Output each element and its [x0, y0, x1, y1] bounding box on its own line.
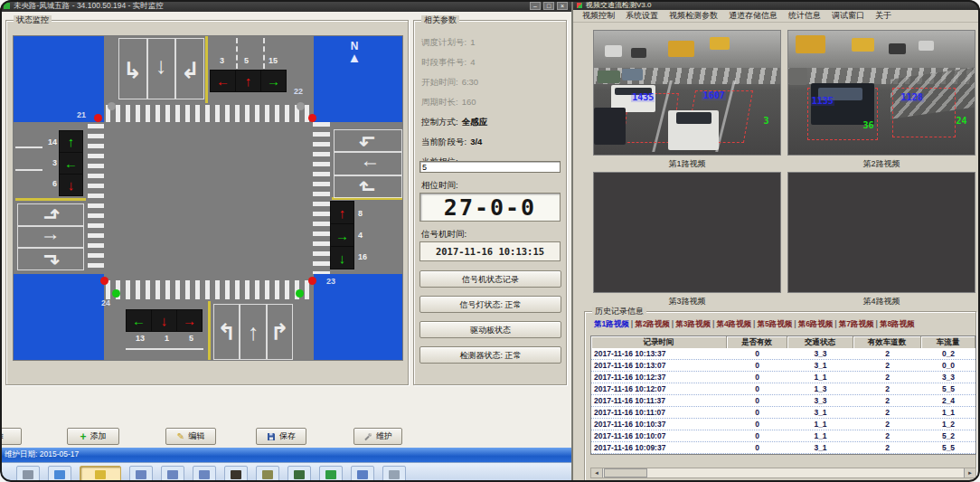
signal-cell: ↑ [60, 131, 82, 152]
lane-straight-icon: ↑ [358, 158, 378, 168]
taskbar-app-icon [294, 470, 305, 479]
delete-button[interactable]: 删除 [0, 428, 22, 445]
taskbar-app-icon [262, 470, 273, 479]
window-title: 视频交通流检测V3.0 [586, 0, 651, 10]
menu-item[interactable]: 视频控制 [577, 10, 620, 22]
taskbar-app-icon [136, 470, 146, 479]
history-tab[interactable]: 第4路视频 [714, 319, 753, 328]
taskbar-app[interactable] [48, 466, 71, 482]
save-button[interactable]: 保存 [256, 428, 306, 445]
maximize-button[interactable]: □ [543, 2, 554, 10]
table-cell: 5_5 [921, 442, 975, 453]
scroll-thumb[interactable] [604, 468, 647, 477]
scene-vehicle [594, 108, 626, 145]
lane-arrows-bottom: ↰ ↑ ↱ [213, 304, 293, 360]
history-tab[interactable]: 第3路视频 [674, 319, 712, 328]
column-header: 是否有效 [727, 336, 787, 348]
param-value: 全感应 [462, 117, 488, 128]
crosswalk-top [106, 105, 312, 122]
history-tab[interactable]: 第6路视频 [796, 319, 835, 328]
lane-turn-right-icon: ↱ [358, 178, 378, 194]
taskbar-app[interactable] [319, 466, 343, 482]
lane-cell: ↱ [17, 248, 84, 270]
table-cell: 2017-11-16 10:12:07 [591, 383, 727, 394]
menu-item[interactable]: 统计信息 [783, 10, 826, 22]
video-channel-1[interactable]: 143516073 [593, 30, 781, 156]
taskbar-app[interactable] [224, 466, 248, 482]
taskbar-app[interactable] [256, 466, 279, 482]
taskbar-app[interactable] [80, 466, 121, 482]
table-row[interactable]: 2017-11-16 10:10:0701_125_2 [591, 430, 975, 442]
lane-cell: ↰ [17, 203, 84, 226]
table-row[interactable]: 2017-11-16 10:09:3703_125_5 [591, 442, 975, 454]
table-row[interactable]: 2017-11-16 10:11:0703_121_1 [591, 407, 975, 419]
horizontal-scrollbar[interactable]: ◄ ► [590, 468, 976, 478]
north-arrow-icon: ▲ [343, 52, 366, 63]
close-button[interactable]: × [557, 2, 568, 10]
scroll-right-button[interactable]: ► [964, 468, 975, 477]
panel-button[interactable]: 信号灯状态: 正常 [419, 296, 561, 313]
signal-arrow-right-green-icon: → [267, 74, 280, 88]
panel-button[interactable]: 驱动板状态 [419, 321, 561, 338]
table-cell: 2017-11-16 10:12:37 [591, 372, 727, 383]
history-tab[interactable]: 第2路视频 [633, 319, 672, 328]
status-groupbox: 状态监控 ↰ ↑ ↱ ↰ [5, 20, 409, 385]
yellow-line-left [15, 198, 86, 201]
current-phase-input[interactable] [419, 161, 561, 173]
maintain-label: 维护 [376, 430, 392, 442]
vehicle-count-overlay: 36 [862, 121, 873, 130]
table-row[interactable]: 2017-11-16 10:13:3703_320_2 [591, 348, 975, 360]
table-cell: 2017-11-16 10:11:37 [591, 395, 727, 406]
taskbar-app[interactable] [193, 466, 216, 482]
lane-straight-icon: ↑ [248, 321, 259, 344]
video-channel-3[interactable] [593, 172, 781, 293]
lane-turn-left-icon: ↰ [41, 206, 61, 222]
video-channel-2[interactable]: 113511283624 [787, 30, 975, 156]
edit-button[interactable]: ✎ 编辑 [165, 428, 216, 445]
taskbar-app-icon [231, 470, 241, 479]
taskbar-app[interactable] [16, 466, 40, 482]
add-button[interactable]: + 添加 [67, 428, 119, 445]
table-cell: 1_1 [921, 407, 975, 418]
table-row[interactable]: 2017-11-16 10:13:0703_120_0 [591, 360, 975, 372]
corner-label-23: 23 [326, 277, 335, 286]
minimize-button[interactable]: – [530, 2, 541, 10]
table-cell: 2017-11-16 10:13:07 [591, 360, 727, 371]
lane-straight-icon: ↑ [41, 232, 61, 242]
video-channel-4[interactable] [787, 172, 975, 293]
signal-head-bottom: ← ↓ → [126, 309, 203, 332]
taskbar-app[interactable] [287, 466, 311, 482]
taskbar-app[interactable] [129, 466, 153, 482]
lane-turn-left-icon: ↰ [123, 58, 142, 80]
history-tab[interactable]: 第1路视频 [592, 319, 631, 328]
panel-button[interactable]: 检测器状态: 正常 [419, 346, 561, 364]
scene-vehicle [668, 41, 694, 57]
history-tab[interactable]: 第8路视频 [878, 319, 917, 328]
table-cell: 2 [853, 383, 921, 394]
signal-cell: ↑ [331, 202, 353, 223]
table-row[interactable]: 2017-11-16 10:10:3701_121_2 [591, 419, 975, 430]
taskbar-app[interactable] [382, 466, 406, 482]
maintain-button[interactable]: 维护 [353, 428, 402, 445]
menu-item[interactable]: 调试窗口 [826, 10, 870, 22]
menu-item[interactable]: 关于 [870, 10, 897, 22]
history-tab[interactable]: 第5路视频 [756, 319, 795, 328]
param-value: 1 [470, 37, 475, 49]
table-row[interactable]: 2017-11-16 10:11:3703_322_4 [591, 395, 975, 407]
menu-item[interactable]: 视频检测参数 [664, 10, 723, 22]
table-row[interactable]: 2017-11-16 10:12:3701_123_3 [591, 372, 975, 383]
panel-buttons: 信号机状态记录信号灯状态: 正常驱动板状态检测器状态: 正常 [419, 270, 561, 364]
table-row[interactable]: 2017-11-16 10:12:0701_325_5 [591, 383, 975, 395]
menu-item[interactable]: 系统设置 [620, 10, 664, 22]
table-cell: 0 [727, 407, 787, 418]
intersection-diagram: ↰ ↑ ↱ ↰ ↑ ↱ ↰ ↑ ↱ ↰ ↑ ↱ [13, 35, 403, 361]
panel-button[interactable]: 信号机状态记录 [419, 270, 561, 288]
video-detection-window: 视频交通流检测V3.0 视频控制系统设置视频检测参数通道存储信息统计信息调试窗口… [571, 0, 980, 482]
scroll-left-button[interactable]: ◄ [591, 468, 603, 477]
signal-cell: ← [60, 153, 82, 174]
menu-item[interactable]: 通道存储信息 [723, 10, 783, 22]
taskbar-app[interactable] [161, 466, 184, 482]
history-tab[interactable]: 第7路视频 [837, 319, 876, 328]
table-cell: 2 [853, 395, 921, 406]
taskbar-app[interactable] [351, 466, 374, 482]
